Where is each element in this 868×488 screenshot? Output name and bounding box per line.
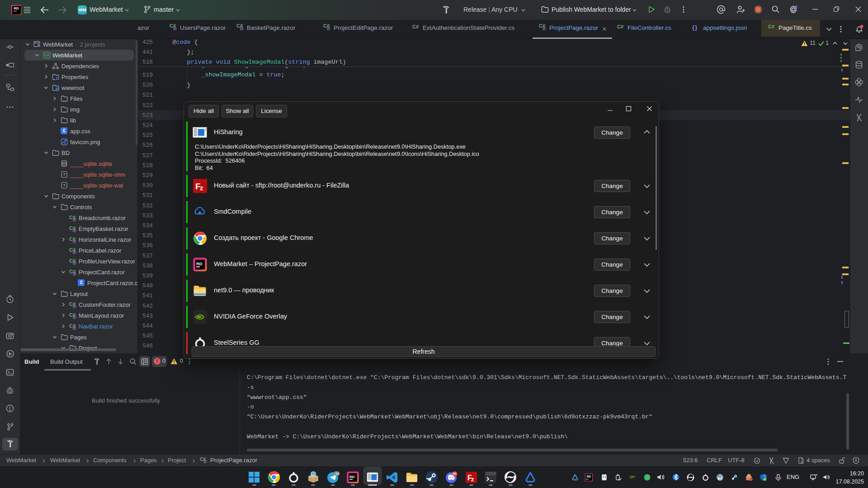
svg-text:9+: 9+	[453, 472, 456, 475]
svg-text:..10: ..10	[334, 472, 339, 475]
svg-text:.0: .0	[719, 477, 721, 479]
svg-text:?: ?	[63, 183, 66, 188]
svg-text:RD: RD	[196, 261, 203, 266]
svg-text:z: z	[200, 184, 203, 192]
svg-text:z: z	[471, 476, 474, 483]
svg-text:?: ?	[63, 172, 66, 177]
svg-text:C#: C#	[44, 53, 49, 57]
svg-text:RD: RD	[349, 474, 355, 479]
